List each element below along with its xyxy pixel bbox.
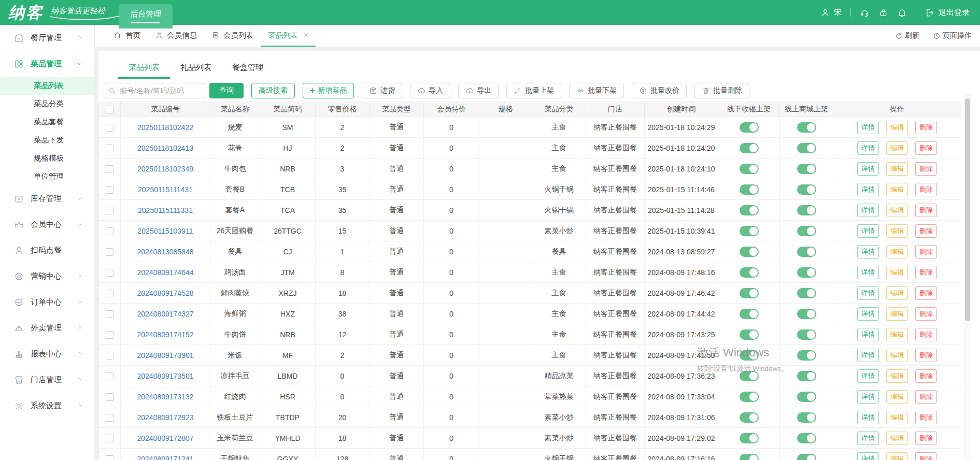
mall-onshelf-toggle[interactable] (797, 454, 816, 460)
dish-id-link[interactable]: 20240809172807 (137, 434, 193, 442)
pos-onshelf-toggle[interactable] (740, 267, 759, 278)
scrollbar-thumb[interactable] (965, 98, 970, 321)
export-button[interactable]: 导出 (458, 83, 499, 98)
delete-button[interactable]: 删除 (915, 452, 937, 460)
pos-onshelf-toggle[interactable] (740, 226, 759, 236)
delete-button[interactable]: 删除 (915, 162, 937, 176)
mall-onshelf-toggle[interactable] (797, 412, 816, 423)
row-checkbox[interactable] (106, 372, 113, 380)
detail-button[interactable]: 详情 (857, 369, 879, 383)
edit-button[interactable]: 编辑 (886, 307, 908, 321)
sidebar-item-dish-dispatch[interactable]: 菜品下发 (0, 131, 94, 149)
sidebar-item-member-center[interactable]: 会员中心 (0, 211, 94, 237)
select-all-checkbox[interactable] (106, 106, 113, 113)
dish-id-link[interactable]: 20250115111331 (138, 206, 193, 214)
dish-id-link[interactable]: 20250118102349 (137, 165, 193, 173)
detail-button[interactable]: 详情 (857, 328, 879, 341)
row-checkbox[interactable] (106, 145, 113, 152)
notification-bell-icon[interactable] (897, 8, 907, 18)
lock-icon[interactable] (878, 8, 888, 18)
sidebar-item-qr-ordering[interactable]: 扫码点餐 (0, 237, 94, 263)
row-checkbox[interactable] (106, 455, 113, 460)
mall-onshelf-toggle[interactable] (797, 433, 816, 443)
detail-button[interactable]: 详情 (857, 266, 879, 279)
mall-onshelf-toggle[interactable] (797, 371, 816, 381)
delete-button[interactable]: 删除 (915, 411, 937, 424)
dish-id-link[interactable]: 20240813085848 (137, 248, 193, 256)
pos-onshelf-toggle[interactable] (740, 454, 759, 460)
detail-button[interactable]: 详情 (857, 286, 879, 300)
sidebar-item-restaurant[interactable]: 餐厅管理 (0, 25, 94, 51)
mall-onshelf-toggle[interactable] (797, 226, 816, 236)
pos-onshelf-toggle[interactable] (740, 288, 759, 298)
delete-button[interactable]: 删除 (915, 245, 937, 258)
pos-onshelf-toggle[interactable] (740, 122, 759, 133)
detail-button[interactable]: 详情 (857, 183, 879, 196)
row-checkbox[interactable] (106, 269, 113, 277)
dish-id-link[interactable]: 20250118102413 (137, 144, 193, 152)
sidebar-item-unit-management[interactable]: 单位管理 (0, 167, 94, 185)
refresh-button[interactable]: 刷新 (895, 31, 919, 40)
detail-button[interactable]: 详情 (857, 121, 879, 134)
close-tab-icon[interactable]: × (304, 31, 308, 39)
pos-onshelf-toggle[interactable] (740, 350, 759, 361)
edit-button[interactable]: 编辑 (886, 432, 908, 445)
batch-offshelf-button[interactable]: 批量下架 (569, 83, 624, 98)
sidebar-item-dish-combo[interactable]: 菜品套餐 (0, 113, 94, 131)
pos-onshelf-toggle[interactable] (740, 371, 759, 381)
dish-id-link[interactable]: 20240809173132 (137, 393, 193, 401)
mall-onshelf-toggle[interactable] (797, 122, 816, 133)
row-checkbox[interactable] (106, 207, 113, 214)
mall-onshelf-toggle[interactable] (797, 164, 816, 174)
delete-button[interactable]: 删除 (915, 204, 937, 217)
tab-dish-list[interactable]: 菜品列表 × (261, 25, 316, 47)
pos-onshelf-toggle[interactable] (740, 143, 759, 153)
detail-button[interactable]: 详情 (857, 224, 879, 238)
edit-button[interactable]: 编辑 (886, 266, 908, 279)
edit-button[interactable]: 编辑 (886, 369, 908, 383)
sidebar-item-order-center[interactable]: 订单中心 (0, 289, 94, 315)
import-button[interactable]: 导入 (410, 83, 450, 98)
user-menu[interactable]: 宋 (820, 8, 842, 18)
pos-onshelf-toggle[interactable] (740, 164, 759, 174)
edit-button[interactable]: 编辑 (886, 349, 908, 362)
delete-button[interactable]: 删除 (915, 121, 937, 134)
row-checkbox[interactable] (106, 124, 113, 132)
delete-button[interactable]: 删除 (915, 349, 937, 362)
row-checkbox[interactable] (106, 310, 113, 318)
edit-button[interactable]: 编辑 (886, 452, 908, 460)
delete-button[interactable]: 删除 (915, 224, 937, 238)
dish-id-link[interactable]: 20250115103911 (138, 227, 193, 235)
delete-button[interactable]: 删除 (915, 307, 937, 321)
portal-tab-admin[interactable]: 后台管理 (119, 4, 173, 28)
search-button[interactable]: 查询 (209, 83, 244, 98)
edit-button[interactable]: 编辑 (886, 162, 908, 176)
dish-id-link[interactable]: 20240809172923 (137, 413, 193, 422)
batch-delete-button[interactable]: 批量删除 (694, 83, 749, 98)
edit-button[interactable]: 编辑 (886, 204, 908, 217)
sidebar-item-dish-category[interactable]: 菜品分类 (0, 95, 94, 113)
sidebar-item-dish-list[interactable]: 菜品列表 (0, 77, 94, 95)
dish-id-link[interactable]: 20240809174152 (137, 330, 193, 339)
mall-onshelf-toggle[interactable] (797, 267, 816, 278)
tab-member-list[interactable]: 会员列表 (204, 25, 261, 47)
dish-id-link[interactable]: 20240809173901 (137, 351, 193, 360)
content-tab-gift-list[interactable]: 礼品列表 (170, 58, 222, 79)
edit-button[interactable]: 编辑 (886, 121, 908, 134)
sidebar-item-system-settings[interactable]: 系统设置 (0, 393, 94, 419)
search-input[interactable] (104, 83, 205, 98)
delete-button[interactable]: 删除 (915, 141, 937, 155)
row-checkbox[interactable] (106, 186, 113, 194)
detail-button[interactable]: 详情 (857, 452, 879, 460)
mall-onshelf-toggle[interactable] (797, 184, 816, 195)
edit-button[interactable]: 编辑 (886, 245, 908, 258)
delete-button[interactable]: 删除 (915, 183, 937, 196)
row-checkbox[interactable] (106, 248, 113, 256)
content-tab-mealbox[interactable]: 餐盒管理 (222, 58, 274, 79)
dish-id-link[interactable]: 20240809173501 (137, 372, 193, 380)
dish-id-link[interactable]: 20240809171241 (137, 455, 193, 460)
detail-button[interactable]: 详情 (857, 390, 879, 404)
support-headset-icon[interactable] (860, 8, 870, 18)
edit-button[interactable]: 编辑 (886, 141, 908, 155)
edit-button[interactable]: 编辑 (886, 183, 908, 196)
